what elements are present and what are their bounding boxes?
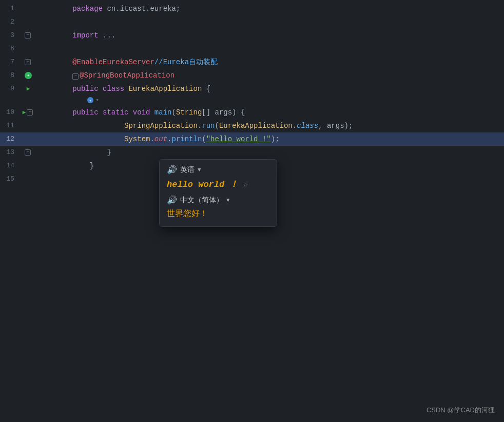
green-leaf-icon: ✦ (25, 72, 32, 79)
editor-area: 1 package cn.itcast.eureka; 2 3 − import… (0, 0, 504, 422)
line-number-1: 1 (0, 2, 21, 15)
line-number-13: 13 (0, 146, 21, 159)
popup-source-lang-arrow[interactable]: ▼ (198, 167, 201, 173)
keyword-package: package (72, 5, 107, 13)
keyword-import: import (72, 31, 103, 40)
line-gutter-7: − (21, 59, 36, 65)
fold-icon-3[interactable]: − (25, 32, 31, 39)
fold-icon-10[interactable]: − (27, 109, 33, 116)
translation-popup: 🔊 英语 ▼ hello world ！ ☆ 🔊 中文（简体） ▼ 世界您好！ (159, 159, 277, 227)
line-number-15: 15 (0, 172, 21, 186)
popup-phrase: hello world ！ (167, 178, 238, 190)
line-gutter-10[interactable]: ▶ − (21, 106, 36, 119)
line-number-10: 10 (0, 106, 21, 119)
line-number-2: 2 (0, 15, 21, 29)
run-arrow-10[interactable]: ▶ (23, 106, 26, 119)
line-number-11: 11 (0, 119, 21, 132)
popup-speaker-icon-target[interactable]: 🔊 (167, 195, 177, 205)
line-gutter-9[interactable]: ▶ (21, 82, 36, 95)
line-gutter-8: ✦ (21, 72, 36, 79)
line-number-3: 3 (0, 29, 21, 42)
code-container: 1 package cn.itcast.eureka; 2 3 − import… (0, 0, 504, 186)
run-arrow-9[interactable]: ▶ (27, 82, 30, 95)
line-number-6: 6 (0, 42, 21, 55)
popup-star-icon[interactable]: ☆ (242, 179, 247, 189)
line-number-14: 14 (0, 159, 21, 172)
popup-target-lang-row: 🔊 中文（简体） ▼ (167, 195, 269, 205)
line-gutter-3: − (21, 32, 36, 39)
popup-source-lang-row: 🔊 英语 ▼ (167, 165, 269, 175)
line-number-8: 8 (0, 69, 21, 82)
line-number-12: 12 (0, 132, 21, 146)
line-gutter-13: − (21, 149, 36, 156)
popup-source-text: hello world ！ ☆ (167, 178, 269, 190)
line-number-7: 7 (0, 55, 21, 69)
popup-target-lang-arrow[interactable]: ▼ (226, 197, 230, 203)
code-line-1: 1 package cn.itcast.eureka; (0, 2, 504, 15)
code-line-3: 3 − import ... (0, 29, 504, 42)
fold-icon-7[interactable]: − (25, 59, 31, 65)
fold-icon-13[interactable]: − (25, 149, 31, 156)
popup-translation-text: 世界您好！ (167, 208, 269, 219)
popup-speaker-icon-source[interactable]: 🔊 (167, 165, 177, 175)
line-number-9: 9 (0, 82, 21, 95)
popup-target-lang-label: 中文（简体） (180, 196, 223, 205)
popup-source-lang-label: 英语 (180, 165, 195, 175)
watermark: CSDN @学CAD的河狸 (427, 406, 495, 415)
